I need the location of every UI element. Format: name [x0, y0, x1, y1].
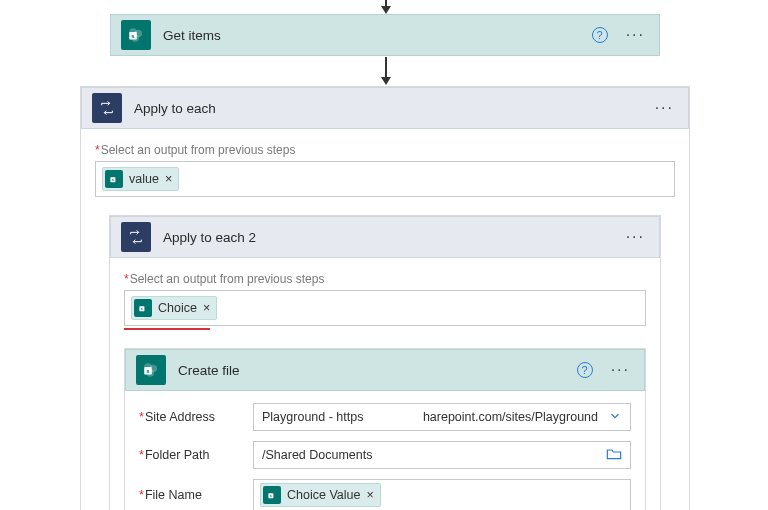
token-value[interactable]: s value ×	[102, 167, 179, 191]
folder-path-label: *Folder Path	[139, 448, 239, 462]
apply-to-each-2-title: Apply to each 2	[163, 230, 610, 245]
more-icon[interactable]: ···	[607, 361, 634, 379]
apply-to-each-container: Apply to each ··· *Select an output from…	[80, 86, 690, 510]
get-items-action[interactable]: s Get items ? ···	[110, 14, 660, 56]
more-icon[interactable]: ···	[622, 228, 649, 246]
more-icon[interactable]: ···	[651, 99, 678, 117]
chevron-down-icon[interactable]	[608, 409, 622, 426]
folder-picker-icon[interactable]	[606, 447, 622, 464]
select-output-input[interactable]: s value ×	[95, 161, 675, 197]
token-choice-value[interactable]: s Choice Value ×	[260, 483, 381, 507]
site-address-label: *Site Address	[139, 410, 239, 424]
connector-arrow-top	[381, 0, 391, 14]
remove-token-icon[interactable]: ×	[165, 172, 172, 186]
folder-path-input[interactable]: /Shared Documents	[253, 441, 631, 469]
apply-to-each-2-container: Apply to each 2 ··· *Select an output fr…	[109, 215, 661, 510]
svg-text:s: s	[140, 307, 142, 311]
remove-token-icon[interactable]: ×	[203, 301, 210, 315]
help-icon[interactable]: ?	[577, 362, 593, 378]
connector-arrow	[381, 57, 391, 85]
token-choice[interactable]: s Choice ×	[131, 296, 217, 320]
token-label: Choice Value	[287, 488, 360, 502]
apply-to-each-header[interactable]: Apply to each ···	[81, 87, 689, 129]
sharepoint-icon: s	[136, 355, 166, 385]
select-output-label: *Select an output from previous steps	[95, 143, 675, 157]
get-items-title: Get items	[163, 28, 580, 43]
more-icon[interactable]: ···	[622, 26, 649, 44]
apply-to-each-2-header[interactable]: Apply to each 2 ···	[110, 216, 660, 258]
file-name-label: *File Name	[139, 488, 239, 502]
svg-text:s: s	[111, 178, 113, 182]
select-output-input-2[interactable]: s Choice ×	[124, 290, 646, 326]
file-name-input[interactable]: s Choice Value ×	[253, 479, 631, 510]
token-label: Choice	[158, 301, 197, 315]
remove-token-icon[interactable]: ×	[366, 488, 373, 502]
apply-to-each-title: Apply to each	[134, 101, 639, 116]
help-icon[interactable]: ?	[592, 27, 608, 43]
create-file-container: s Create file ? ··· *Site Address	[124, 348, 646, 510]
sharepoint-icon: s	[134, 299, 152, 317]
site-address-dropdown[interactable]: Playground - https harepoint.com/sites/P…	[253, 403, 631, 431]
create-file-title: Create file	[178, 363, 565, 378]
folder-path-row: *Folder Path /Shared Documents	[139, 441, 631, 469]
file-name-row: *File Name s Choice Value ×	[139, 479, 631, 510]
site-address-row: *Site Address Playground - https harepoi…	[139, 403, 631, 431]
svg-text:s: s	[269, 494, 271, 498]
loop-icon	[92, 93, 122, 123]
sharepoint-icon: s	[263, 486, 281, 504]
sharepoint-icon: s	[105, 170, 123, 188]
select-output-label-2: *Select an output from previous steps	[124, 272, 646, 286]
sharepoint-icon: s	[121, 20, 151, 50]
create-file-header[interactable]: s Create file ? ···	[125, 349, 645, 391]
loop-icon	[121, 222, 151, 252]
token-label: value	[129, 172, 159, 186]
